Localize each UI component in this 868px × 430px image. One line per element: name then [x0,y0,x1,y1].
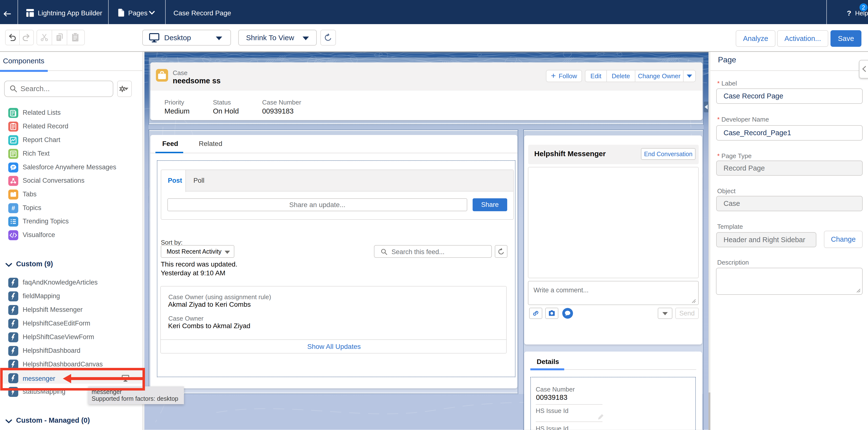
svg-text:#: # [11,205,15,212]
